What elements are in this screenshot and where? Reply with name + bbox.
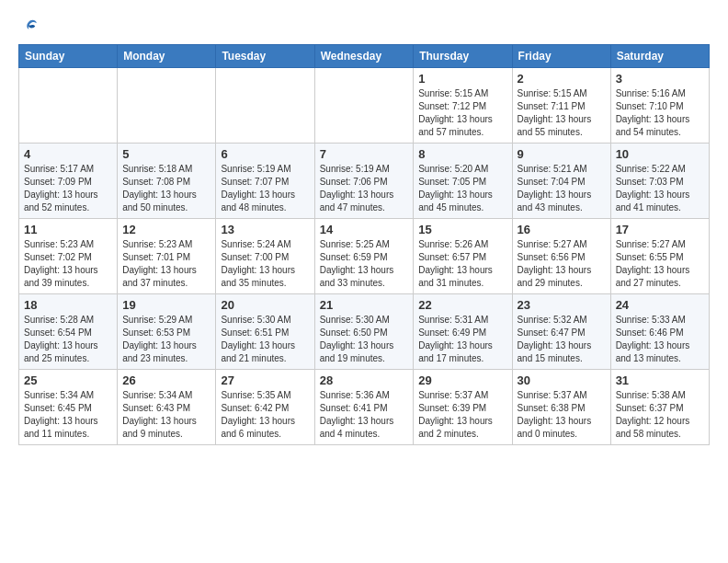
day-cell: 8Sunrise: 5:20 AM Sunset: 7:05 PM Daylig… [414,144,512,219]
col-header-friday: Friday [512,45,610,68]
day-info: Sunrise: 5:36 AM Sunset: 6:41 PM Dayligh… [320,389,409,441]
day-cell: 6Sunrise: 5:19 AM Sunset: 7:07 PM Daylig… [216,144,314,219]
day-cell: 31Sunrise: 5:38 AM Sunset: 6:37 PM Dayli… [610,370,709,445]
day-number: 5 [122,147,210,161]
day-cell: 3Sunrise: 5:16 AM Sunset: 7:10 PM Daylig… [610,68,709,144]
day-number: 12 [122,223,210,236]
day-number: 1 [418,72,506,86]
day-info: Sunrise: 5:30 AM Sunset: 6:50 PM Dayligh… [320,314,409,365]
day-cell: 30Sunrise: 5:37 AM Sunset: 6:38 PM Dayli… [512,370,610,445]
day-cell [216,68,314,144]
day-number: 22 [418,298,506,312]
week-row-4: 18Sunrise: 5:28 AM Sunset: 6:54 PM Dayli… [19,294,710,370]
day-number: 23 [518,298,606,312]
col-header-monday: Monday [118,45,216,68]
day-cell: 28Sunrise: 5:36 AM Sunset: 6:41 PM Dayli… [314,370,414,445]
day-number: 29 [418,373,506,387]
logo [18,18,40,35]
day-number: 2 [518,72,606,86]
day-cell: 4Sunrise: 5:17 AM Sunset: 7:09 PM Daylig… [19,144,118,219]
day-cell: 10Sunrise: 5:22 AM Sunset: 7:03 PM Dayli… [610,144,709,219]
day-number: 30 [518,373,606,387]
day-cell: 22Sunrise: 5:31 AM Sunset: 6:49 PM Dayli… [414,294,512,370]
logo-bird-icon [22,18,39,35]
day-number: 13 [221,223,309,236]
day-info: Sunrise: 5:34 AM Sunset: 6:43 PM Dayligh… [122,389,210,441]
day-cell: 15Sunrise: 5:26 AM Sunset: 6:57 PM Dayli… [414,219,512,294]
day-cell: 12Sunrise: 5:23 AM Sunset: 7:01 PM Dayli… [118,219,216,294]
day-cell: 5Sunrise: 5:18 AM Sunset: 7:08 PM Daylig… [118,144,216,219]
day-info: Sunrise: 5:25 AM Sunset: 6:59 PM Dayligh… [320,238,409,290]
header-row: SundayMondayTuesdayWednesdayThursdayFrid… [19,45,710,68]
day-cell: 25Sunrise: 5:34 AM Sunset: 6:45 PM Dayli… [19,370,118,445]
day-number: 25 [24,373,112,387]
calendar-table: SundayMondayTuesdayWednesdayThursdayFrid… [18,44,710,445]
day-cell: 11Sunrise: 5:23 AM Sunset: 7:02 PM Dayli… [19,219,118,294]
day-number: 27 [221,373,309,387]
day-info: Sunrise: 5:19 AM Sunset: 7:07 PM Dayligh… [221,163,309,214]
day-cell: 27Sunrise: 5:35 AM Sunset: 6:42 PM Dayli… [216,370,314,445]
day-cell: 18Sunrise: 5:28 AM Sunset: 6:54 PM Dayli… [19,294,118,370]
week-row-1: 1Sunrise: 5:15 AM Sunset: 7:12 PM Daylig… [19,68,710,144]
day-info: Sunrise: 5:33 AM Sunset: 6:46 PM Dayligh… [616,314,704,365]
day-number: 10 [616,147,704,161]
col-header-wednesday: Wednesday [314,45,414,68]
day-cell: 24Sunrise: 5:33 AM Sunset: 6:46 PM Dayli… [610,294,709,370]
day-info: Sunrise: 5:28 AM Sunset: 6:54 PM Dayligh… [24,314,112,365]
day-info: Sunrise: 5:37 AM Sunset: 6:38 PM Dayligh… [518,389,606,441]
day-cell: 19Sunrise: 5:29 AM Sunset: 6:53 PM Dayli… [118,294,216,370]
day-info: Sunrise: 5:21 AM Sunset: 7:04 PM Dayligh… [518,163,606,214]
day-number: 24 [616,298,704,312]
day-info: Sunrise: 5:38 AM Sunset: 6:37 PM Dayligh… [616,389,704,441]
day-number: 4 [24,147,112,161]
day-number: 28 [320,373,409,387]
day-info: Sunrise: 5:35 AM Sunset: 6:42 PM Dayligh… [221,389,309,441]
day-info: Sunrise: 5:20 AM Sunset: 7:05 PM Dayligh… [418,163,506,214]
day-number: 11 [24,223,112,236]
week-row-2: 4Sunrise: 5:17 AM Sunset: 7:09 PM Daylig… [19,144,710,219]
day-info: Sunrise: 5:24 AM Sunset: 7:00 PM Dayligh… [221,238,309,290]
calendar-body: 1Sunrise: 5:15 AM Sunset: 7:12 PM Daylig… [19,68,710,445]
day-number: 7 [320,147,409,161]
day-info: Sunrise: 5:23 AM Sunset: 7:01 PM Dayligh… [122,238,210,290]
day-info: Sunrise: 5:18 AM Sunset: 7:08 PM Dayligh… [122,163,210,214]
day-cell: 14Sunrise: 5:25 AM Sunset: 6:59 PM Dayli… [314,219,414,294]
day-number: 21 [320,298,409,312]
day-info: Sunrise: 5:37 AM Sunset: 6:39 PM Dayligh… [418,389,506,441]
day-info: Sunrise: 5:15 AM Sunset: 7:11 PM Dayligh… [518,87,606,139]
day-number: 26 [122,373,210,387]
day-info: Sunrise: 5:34 AM Sunset: 6:45 PM Dayligh… [24,389,112,441]
day-cell: 16Sunrise: 5:27 AM Sunset: 6:56 PM Dayli… [512,219,610,294]
day-info: Sunrise: 5:16 AM Sunset: 7:10 PM Dayligh… [616,87,704,139]
day-number: 20 [221,298,309,312]
day-info: Sunrise: 5:27 AM Sunset: 6:56 PM Dayligh… [518,238,606,290]
day-info: Sunrise: 5:32 AM Sunset: 6:47 PM Dayligh… [518,314,606,365]
day-number: 8 [418,147,506,161]
day-info: Sunrise: 5:22 AM Sunset: 7:03 PM Dayligh… [616,163,704,214]
day-cell: 20Sunrise: 5:30 AM Sunset: 6:51 PM Dayli… [216,294,314,370]
day-number: 6 [221,147,309,161]
day-cell: 21Sunrise: 5:30 AM Sunset: 6:50 PM Dayli… [314,294,414,370]
day-cell: 23Sunrise: 5:32 AM Sunset: 6:47 PM Dayli… [512,294,610,370]
day-cell: 7Sunrise: 5:19 AM Sunset: 7:06 PM Daylig… [314,144,414,219]
day-cell: 2Sunrise: 5:15 AM Sunset: 7:11 PM Daylig… [512,68,610,144]
day-cell: 1Sunrise: 5:15 AM Sunset: 7:12 PM Daylig… [414,68,512,144]
col-header-saturday: Saturday [610,45,709,68]
day-cell: 26Sunrise: 5:34 AM Sunset: 6:43 PM Dayli… [118,370,216,445]
day-cell: 17Sunrise: 5:27 AM Sunset: 6:55 PM Dayli… [610,219,709,294]
day-info: Sunrise: 5:26 AM Sunset: 6:57 PM Dayligh… [418,238,506,290]
col-header-tuesday: Tuesday [216,45,314,68]
day-number: 17 [616,223,704,236]
day-info: Sunrise: 5:30 AM Sunset: 6:51 PM Dayligh… [221,314,309,365]
day-info: Sunrise: 5:31 AM Sunset: 6:49 PM Dayligh… [418,314,506,365]
day-cell [314,68,414,144]
day-info: Sunrise: 5:23 AM Sunset: 7:02 PM Dayligh… [24,238,112,290]
day-info: Sunrise: 5:19 AM Sunset: 7:06 PM Dayligh… [320,163,409,214]
day-cell [19,68,118,144]
day-info: Sunrise: 5:29 AM Sunset: 6:53 PM Dayligh… [122,314,210,365]
day-info: Sunrise: 5:27 AM Sunset: 6:55 PM Dayligh… [616,238,704,290]
day-number: 16 [518,223,606,236]
day-cell [118,68,216,144]
day-cell: 13Sunrise: 5:24 AM Sunset: 7:00 PM Dayli… [216,219,314,294]
day-number: 15 [418,223,506,236]
